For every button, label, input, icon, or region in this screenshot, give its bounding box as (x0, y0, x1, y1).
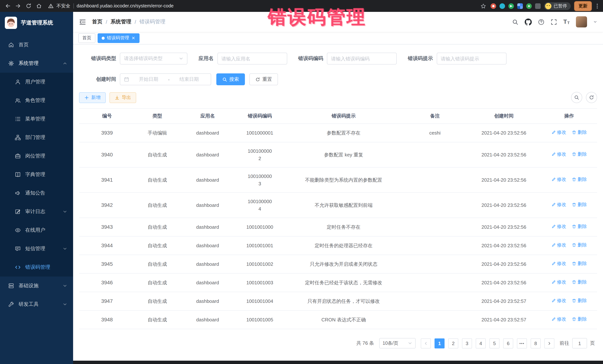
sidebar-item-dictionary[interactable]: 字典管理 (0, 165, 73, 184)
app-title: 芋道管理系统 (21, 19, 53, 26)
edit-link[interactable]: 修改 (551, 297, 566, 304)
sidebar-item-infrastructure[interactable]: 基础设施 (0, 276, 73, 295)
sidebar-item-error-code[interactable]: 错误码管理 (0, 258, 73, 276)
page-button[interactable]: 1 (435, 338, 445, 348)
app-logo[interactable]: 芋道管理系统 (0, 12, 73, 33)
prev-page-button[interactable] (421, 338, 431, 348)
delete-link[interactable]: 删除 (572, 297, 587, 304)
page-button[interactable]: 6 (503, 338, 513, 348)
sidebar-item-dev-tools[interactable]: 研发工具 (0, 295, 73, 314)
column-header[interactable]: 操作 (541, 109, 597, 124)
sidebar-item-posts[interactable]: 岗位管理 (0, 147, 73, 165)
calendar-icon (124, 77, 129, 82)
extension-icon-1[interactable] (491, 3, 496, 9)
page-button[interactable]: 5 (489, 338, 499, 348)
edit-link[interactable]: 修改 (551, 279, 566, 286)
sidebar-item-home[interactable]: 首页 (0, 36, 73, 54)
edit-link[interactable]: 修改 (551, 260, 566, 267)
export-button[interactable]: 导出 (109, 92, 136, 103)
user-avatar[interactable] (576, 16, 587, 27)
extension-icon-2[interactable] (499, 3, 505, 9)
breadcrumb-separator: / (135, 19, 136, 25)
sidebar-item-roles[interactable]: 角色管理 (0, 91, 73, 110)
page-button[interactable]: 2 (448, 338, 458, 348)
bookmark-star-button[interactable] (479, 2, 487, 10)
refresh-table-button[interactable] (586, 92, 597, 103)
column-header[interactable]: 创建时间 (467, 109, 541, 124)
back-button[interactable] (4, 2, 12, 10)
address-bar[interactable]: 不安全 dashboard.yudao.iocoder.cn/system/er… (48, 3, 476, 9)
more-pages-button[interactable]: ••• (517, 338, 527, 348)
next-page-button[interactable] (544, 338, 554, 348)
sidebar-item-users[interactable]: 用户管理 (0, 73, 73, 91)
chevron-left-icon (424, 341, 428, 345)
column-header[interactable]: 类型 (135, 109, 180, 124)
delete-link[interactable]: 删除 (572, 223, 587, 230)
column-header[interactable]: 应用名 (180, 109, 235, 124)
goto-page-input[interactable] (572, 338, 587, 348)
edit-link[interactable]: 修改 (551, 176, 566, 183)
page-button[interactable]: 8 (531, 338, 541, 348)
forward-button[interactable] (14, 2, 22, 10)
edit-link[interactable]: 修改 (551, 201, 566, 208)
extension-icon-5[interactable] (526, 3, 532, 9)
sidebar-item-notices[interactable]: 通知公告 (0, 184, 73, 202)
sidebar-item-menus[interactable]: 菜单管理 (0, 110, 73, 128)
delete-link[interactable]: 删除 (572, 201, 587, 208)
fullscreen-icon[interactable] (551, 19, 557, 25)
column-header[interactable]: 编号 (79, 109, 135, 124)
column-header[interactable]: 错误码编码 (236, 109, 284, 124)
update-button[interactable]: 更新 (574, 1, 592, 11)
sidebar-item-online-users[interactable]: 在线用户 (0, 221, 73, 240)
delete-link[interactable]: 删除 (572, 242, 587, 249)
reset-button[interactable]: 重置 (249, 73, 278, 85)
sidebar-item-audit-log[interactable]: 审计日志 (0, 202, 73, 221)
page-size-select[interactable]: 10条/页 (379, 338, 416, 348)
add-button[interactable]: 新增 (79, 92, 106, 103)
browser-menu-icon[interactable] (597, 5, 598, 7)
column-header[interactable]: 错误码提示 (284, 109, 403, 124)
sidebar-item-departments[interactable]: 部门管理 (0, 128, 73, 147)
breadcrumb-item[interactable]: 首页 (92, 19, 103, 25)
browser-home-button[interactable] (35, 2, 43, 10)
github-icon[interactable] (525, 18, 532, 25)
error-type-select[interactable]: 请选择错误码类型 (120, 53, 187, 65)
page-button[interactable]: 3 (462, 338, 472, 348)
error-msg-input[interactable] (437, 53, 506, 65)
delete-link[interactable]: 删除 (572, 129, 587, 136)
help-icon[interactable] (538, 19, 544, 25)
edit-link[interactable]: 修改 (551, 242, 566, 249)
toggle-search-button[interactable] (571, 92, 582, 103)
edit-link[interactable]: 修改 (551, 151, 566, 158)
extension-icon-3[interactable] (508, 3, 514, 9)
delete-link[interactable]: 删除 (572, 260, 587, 267)
paused-badge[interactable]: 已暂停 (544, 2, 571, 10)
chevron-down-icon[interactable] (593, 20, 597, 24)
tab-home[interactable]: 首页 (78, 33, 95, 43)
sidebar-item-sms[interactable]: 短信管理 (0, 240, 73, 258)
edit-link[interactable]: 修改 (551, 129, 566, 136)
page-button[interactable]: 4 (476, 338, 486, 348)
date-range-picker[interactable]: 开始日期 - 结束日期 (120, 73, 211, 85)
close-icon[interactable] (131, 36, 135, 40)
delete-link[interactable]: 删除 (572, 176, 587, 183)
column-header[interactable]: 备注 (403, 109, 466, 124)
delete-link[interactable]: 删除 (572, 316, 587, 323)
search-button[interactable]: 搜索 (216, 73, 245, 85)
app-name-input[interactable] (217, 53, 287, 65)
extension-icon-4[interactable] (517, 3, 523, 9)
search-icon[interactable] (512, 19, 518, 25)
font-size-icon[interactable]: TT (563, 19, 570, 25)
error-code-input[interactable] (327, 53, 397, 65)
sidebar-item-system[interactable]: 系统管理 (0, 54, 73, 73)
tab-error-code[interactable]: 错误码管理 (98, 33, 139, 43)
search-button-label: 搜索 (229, 76, 239, 83)
reload-button[interactable] (24, 2, 33, 10)
collapse-menu-icon[interactable] (79, 18, 86, 25)
edit-link[interactable]: 修改 (551, 316, 566, 323)
breadcrumb-item[interactable]: 系统管理 (111, 19, 131, 25)
delete-link[interactable]: 删除 (572, 279, 587, 286)
delete-link[interactable]: 删除 (572, 151, 587, 158)
extension-icon-6[interactable] (535, 3, 541, 9)
edit-link[interactable]: 修改 (551, 223, 566, 230)
